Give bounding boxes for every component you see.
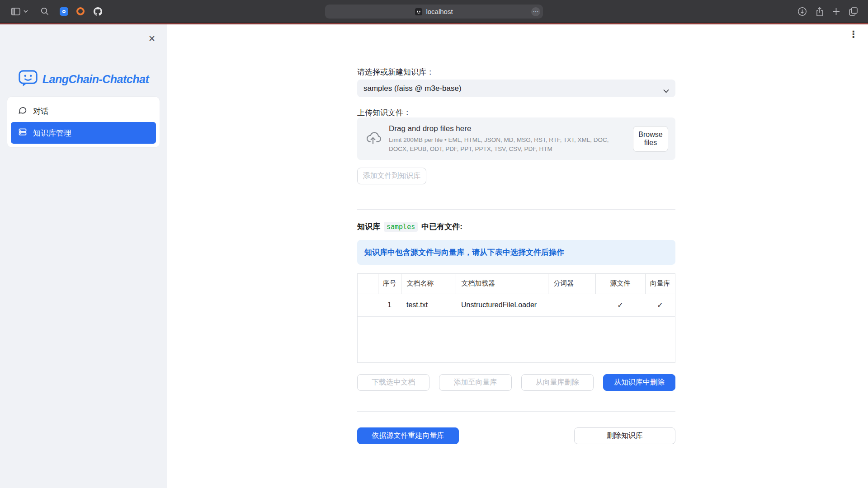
sidebar-item-knowledge-base[interactable]: 知识库管理: [11, 122, 156, 144]
dropzone-title: Drag and drop files here: [389, 124, 626, 133]
table-header-row: 序号 文档名称 文档加载器 分词器 源文件 向量库: [358, 274, 675, 294]
col-header-name[interactable]: 文档名称: [401, 274, 456, 294]
logo-text: LangChain-Chatchat: [42, 73, 149, 86]
col-header-index[interactable]: 序号: [378, 274, 401, 294]
kb-files-table: 序号 文档名称 文档加载器 分词器 源文件 向量库 1 test.txt Uns…: [357, 273, 675, 363]
search-icon[interactable]: [41, 7, 49, 15]
divider: [357, 209, 675, 210]
delete-kb-button[interactable]: 删除知识库: [574, 427, 675, 444]
upload-label: 上传知识文件：: [357, 108, 411, 118]
table-row[interactable]: 1 test.txt UnstructuredFileLoader ✓ ✓: [358, 294, 675, 316]
dropzone-hint: Limit 200MB per file • EML, HTML, JSON, …: [389, 136, 626, 153]
kb-name-code: samples: [384, 222, 418, 232]
delete-from-vector-store-button[interactable]: 从向量库删除: [521, 374, 594, 391]
heading-suffix: 中已有文件:: [421, 221, 462, 232]
cell-index[interactable]: 1: [378, 294, 401, 316]
site-favicon: [415, 8, 422, 15]
cell-name[interactable]: test.txt: [401, 294, 456, 316]
info-banner: 知识库中包含源文件与向量库，请从下表中选择文件后操作: [357, 240, 675, 265]
kb-select-value: samples (faiss @ m3e-base): [363, 84, 462, 93]
kb-select[interactable]: samples (faiss @ m3e-base): [357, 80, 675, 97]
share-icon[interactable]: [816, 7, 824, 17]
tab-overview-icon[interactable]: [849, 7, 858, 16]
add-files-button[interactable]: 添加文件到知识库: [357, 168, 426, 184]
heading-prefix: 知识库: [357, 221, 380, 232]
database-stack-icon: [18, 127, 27, 139]
sidebar: ✕ LangChain-Chatchat 对话: [0, 24, 167, 488]
download-selected-button[interactable]: 下载选中文档: [357, 374, 429, 391]
add-to-vector-store-button[interactable]: 添加至向量库: [439, 374, 511, 391]
col-header-source[interactable]: 源文件: [595, 274, 645, 294]
cell-loader[interactable]: UnstructuredFileLoader: [456, 294, 548, 316]
cell-splitter[interactable]: [548, 294, 595, 316]
delete-from-kb-button[interactable]: 从知识库中删除: [603, 374, 675, 391]
browse-files-button[interactable]: Browse files: [633, 126, 668, 152]
streamlit-menu-icon[interactable]: ⋮: [846, 28, 861, 41]
cell-source-check[interactable]: ✓: [595, 294, 645, 316]
address-bar[interactable]: localhost ⋯: [325, 5, 543, 19]
main-content: 请选择或新建知识库： samples (faiss @ m3e-base) 上传…: [357, 24, 675, 488]
sidebar-item-dialogue[interactable]: 对话: [11, 100, 156, 122]
file-action-buttons: 下载选中文档 添加至向量库 从向量库删除 从知识库中删除: [357, 374, 675, 391]
sidebar-item-label: 知识库管理: [33, 128, 71, 138]
app-logo: LangChain-Chatchat: [0, 69, 167, 89]
info-text: 知识库中包含源文件与向量库，请从下表中选择文件后操作: [364, 247, 564, 258]
col-header-vector[interactable]: 向量库: [645, 274, 675, 294]
cloud-upload-icon: [364, 131, 382, 146]
github-icon[interactable]: [94, 7, 102, 16]
kb-files-heading: 知识库 samples 中已有文件:: [357, 221, 462, 232]
col-header-loader[interactable]: 文档加载器: [456, 274, 548, 294]
row-marker-cell[interactable]: [358, 294, 378, 316]
app-page: ✕ LangChain-Chatchat 对话: [0, 24, 868, 488]
file-dropzone[interactable]: Drag and drop files here Limit 200MB per…: [357, 117, 675, 160]
logo-bubble-icon: [18, 69, 38, 89]
row-marker-header: [358, 274, 378, 294]
pinned-tab-icon-blue[interactable]: [60, 7, 68, 16]
sidebar-toggle-icon[interactable]: [11, 8, 20, 15]
col-header-splitter[interactable]: 分词器: [548, 274, 595, 294]
chevron-down-icon: [663, 86, 669, 95]
chat-bubble-icon: [18, 106, 27, 117]
chevron-down-icon[interactable]: [24, 10, 28, 13]
kb-select-label: 请选择或新建知识库：: [357, 67, 434, 77]
sidebar-nav: 对话 知识库管理: [7, 97, 160, 147]
cell-vector-check[interactable]: ✓: [645, 294, 675, 316]
downloads-icon[interactable]: [797, 7, 807, 16]
url-text: localhost: [426, 8, 453, 15]
close-sidebar-icon[interactable]: ✕: [146, 33, 158, 44]
new-tab-icon[interactable]: [832, 8, 840, 15]
page-settings-icon[interactable]: ⋯: [531, 7, 540, 16]
browser-toolbar: localhost ⋯: [0, 0, 868, 23]
sidebar-item-label: 对话: [33, 106, 48, 117]
divider: [357, 411, 675, 412]
pinned-tab-icon-orange[interactable]: [76, 7, 85, 15]
rebuild-vector-store-button[interactable]: 依据源文件重建向量库: [357, 427, 459, 444]
